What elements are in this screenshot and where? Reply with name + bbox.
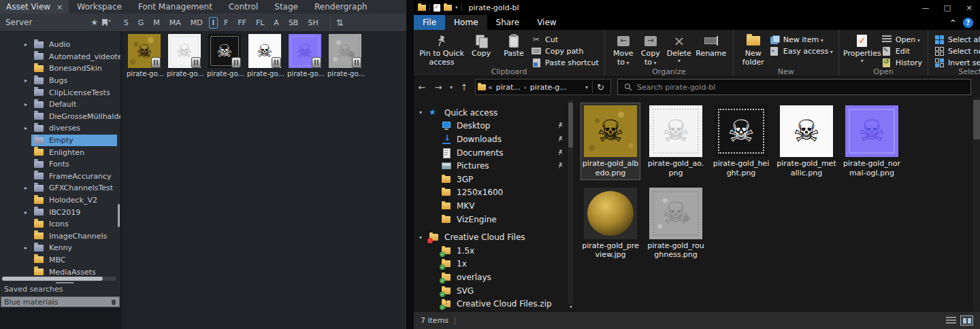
- new-item-button[interactable]: New item: [769, 35, 833, 44]
- menu-item[interactable]: Font Management: [130, 0, 220, 14]
- forward-button[interactable]: [430, 82, 446, 92]
- tree-item[interactable]: GFXChannelsTest: [0, 182, 120, 194]
- filter-button[interactable]: M: [150, 17, 163, 29]
- tree-item[interactable]: Kenny: [0, 242, 120, 254]
- move-to-button[interactable]: ← Move to: [610, 33, 636, 67]
- sidebar-item[interactable]: SVG: [414, 284, 574, 298]
- breadcrumb-parent[interactable]: pirat...: [495, 83, 522, 92]
- scrollbar-thumb[interactable]: [973, 100, 980, 139]
- breadcrumb[interactable]: pirat... pirate-g...: [475, 79, 611, 95]
- filter-button[interactable]: MA: [166, 17, 184, 29]
- menu-item[interactable]: Control: [220, 0, 266, 14]
- menu-item[interactable]: Rendergraph: [306, 0, 376, 14]
- tab-share[interactable]: Share: [487, 15, 529, 30]
- sidebar-item[interactable]: Documents: [414, 146, 574, 160]
- panel-splitter-handle[interactable]: [56, 282, 74, 283]
- tree-item[interactable]: IBC2019: [0, 206, 120, 218]
- paste-shortcut-button[interactable]: Paste shortcut: [531, 58, 599, 67]
- filter-button[interactable]: FF: [234, 17, 250, 29]
- sidebar-item[interactable]: Pictures: [414, 159, 574, 173]
- customize-toolbar-chevron-icon[interactable]: [455, 5, 458, 10]
- filter-button[interactable]: G: [135, 17, 148, 29]
- tree-item[interactable]: Default: [0, 99, 120, 111]
- sort-icon[interactable]: [336, 18, 344, 28]
- cut-button[interactable]: Cut: [531, 35, 599, 44]
- pin-to-quick-access-button[interactable]: Pin to Quick access: [419, 33, 464, 67]
- expand-arrow-icon[interactable]: [24, 185, 34, 191]
- close-button[interactable]: [958, 0, 980, 15]
- help-icon[interactable]: ?: [963, 18, 973, 28]
- open-button[interactable]: Open: [881, 35, 922, 44]
- tab-file[interactable]: File: [414, 15, 445, 30]
- expand-arrow-icon[interactable]: [24, 125, 34, 131]
- tree-item[interactable]: Icons: [0, 218, 120, 230]
- rename-button[interactable]: Rename: [695, 33, 728, 67]
- expand-arrow-icon[interactable]: [24, 209, 34, 215]
- sidebar-scrollbar[interactable]: [568, 100, 573, 304]
- delete-button[interactable]: × Delete: [665, 33, 693, 67]
- asset-thumbnail[interactable]: pirate-go...: [289, 34, 321, 77]
- filter-button[interactable]: MD: [187, 17, 206, 29]
- asset-thumbnail[interactable]: pirate-go...: [248, 34, 281, 77]
- tree-item[interactable]: Automated_videotes: [0, 51, 120, 63]
- menu-item[interactable]: Workspace: [69, 0, 130, 14]
- scrollbar-thumb[interactable]: [568, 103, 573, 148]
- edit-button[interactable]: Edit: [881, 46, 922, 56]
- filter-button[interactable]: F: [220, 17, 231, 29]
- minimize-button[interactable]: [915, 0, 936, 15]
- pin-icon[interactable]: [557, 135, 564, 144]
- sidebar-item[interactable]: Creative Cloud Files: [414, 230, 574, 244]
- trash-icon[interactable]: [111, 299, 116, 305]
- back-button[interactable]: [414, 82, 430, 92]
- sidebar-item[interactable]: Creative Cloud Files.zip: [414, 297, 574, 311]
- scrollbar-thumb[interactable]: [2, 277, 103, 281]
- tree-item[interactable]: BonesandSkin: [0, 63, 120, 75]
- pin-icon[interactable]: [557, 148, 564, 158]
- file-tile[interactable]: pirate-gold_ao.png: [646, 103, 706, 180]
- sidebar-item[interactable]: Quick access: [414, 106, 574, 120]
- tree-vertical-scrollbar[interactable]: [118, 204, 120, 227]
- close-tab-icon[interactable]: [56, 3, 63, 12]
- sidebar-item[interactable]: MKV: [414, 199, 574, 213]
- tree-item[interactable]: ImageChannels: [0, 230, 120, 243]
- search-input[interactable]: Search pirate-gold-bl: [617, 79, 971, 95]
- properties-quick-icon[interactable]: [434, 4, 440, 12]
- asset-thumbnail[interactable]: pirate-go...: [168, 34, 201, 77]
- tab-home[interactable]: Home: [445, 15, 487, 30]
- new-folder-quick-icon[interactable]: [444, 5, 452, 11]
- tree-item[interactable]: MBC: [0, 254, 120, 266]
- select-all-button[interactable]: Select all: [934, 35, 980, 44]
- bookmark-icon[interactable]: [102, 18, 111, 27]
- breadcrumb-separator-icon[interactable]: [522, 84, 529, 91]
- filter-button[interactable]: S: [120, 17, 132, 29]
- recent-locations-chevron-icon[interactable]: [446, 84, 456, 90]
- filter-button[interactable]: A: [270, 17, 282, 29]
- file-tile[interactable]: pirate-gold_albedo.png: [581, 103, 640, 180]
- sidebar-scroll-down-icon[interactable]: [570, 304, 572, 310]
- breadcrumb-overflow-icon[interactable]: [488, 83, 493, 92]
- address-dropdown-chevron-icon[interactable]: [581, 84, 592, 90]
- details-view-button[interactable]: [946, 317, 956, 325]
- paste-button[interactable]: Paste: [498, 33, 529, 67]
- tree-item[interactable]: Empty: [0, 135, 120, 147]
- invert-selection-button[interactable]: Invert selection: [934, 58, 980, 67]
- asset-thumbnail[interactable]: pirate-go...: [208, 34, 241, 77]
- filter-button[interactable]: I: [209, 17, 218, 29]
- expand-arrow-icon[interactable]: [24, 77, 34, 84]
- sidebar-item[interactable]: 3GP: [414, 173, 574, 186]
- select-none-button[interactable]: Select none: [934, 46, 980, 56]
- tree-item[interactable]: diverses: [0, 122, 120, 135]
- menu-item[interactable]: Stage: [266, 0, 306, 14]
- asset-thumbnail[interactable]: pirate-go...: [329, 34, 361, 77]
- sidebar-item[interactable]: 1.5x: [414, 244, 574, 258]
- expand-arrow-icon[interactable]: [24, 101, 34, 107]
- expand-arrow-icon[interactable]: [24, 41, 34, 48]
- tree-item[interactable]: Audio: [0, 39, 120, 51]
- file-tile[interactable]: pirate-gold_normal-ogl.png: [842, 103, 902, 180]
- copy-to-button[interactable]: → Copy to: [638, 33, 664, 67]
- favorites-star-icon[interactable]: [91, 18, 98, 27]
- pin-icon[interactable]: [557, 161, 564, 171]
- filter-button[interactable]: SH: [304, 17, 321, 29]
- properties-button[interactable]: ✓ Properties: [845, 33, 880, 67]
- breadcrumb-current[interactable]: pirate-g...: [529, 83, 568, 92]
